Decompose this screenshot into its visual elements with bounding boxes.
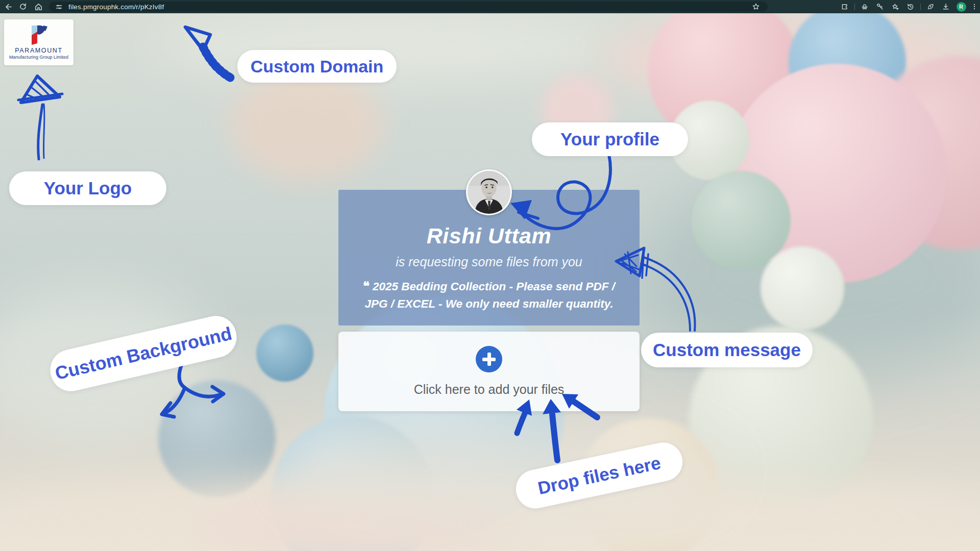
logo-company-name: PARAMOUNT: [15, 47, 62, 54]
profile-avatar-badge: R: [957, 2, 966, 12]
add-files-button[interactable]: [476, 346, 502, 372]
your-profile-label: Your profile: [532, 122, 688, 156]
custom-message-body: 2025 Bedding Collection - Please send PD…: [364, 280, 615, 310]
key-extension-icon[interactable]: [872, 1, 888, 13]
quote-icon: ❝: [363, 279, 370, 293]
download-icon[interactable]: [938, 1, 953, 13]
cloud: [230, 69, 383, 182]
custom-message-text: ❝2025 Bedding Collection - Please send P…: [356, 278, 622, 313]
your-logo-label: Your Logo: [9, 171, 166, 205]
your-logo-label-text: Your Logo: [44, 178, 132, 198]
pastel-sphere: [761, 246, 844, 330]
requester-avatar: [466, 169, 512, 215]
requester-portrait: [468, 171, 510, 214]
company-logo-card: PARAMOUNT Manufacturing Group Limited: [4, 19, 74, 65]
reload-icon[interactable]: [15, 1, 31, 13]
url-text[interactable]: files.pmgrouphk.com/r/pKzIv8f: [68, 3, 748, 11]
your-profile-label-text: Your profile: [560, 129, 659, 149]
extensions-puzzle-icon[interactable]: [837, 1, 852, 13]
toolbar-right-icons: R: [837, 0, 980, 13]
request-subtitle: is requesting some files from you: [338, 255, 640, 269]
address-bar[interactable]: files.pmgrouphk.com/r/pKzIv8f: [49, 2, 768, 12]
paramount-logo-mark: [28, 25, 50, 45]
upload-label: Click here to add your files: [414, 382, 565, 397]
file-request-card: Rishi Uttam is requesting some files fro…: [338, 190, 640, 325]
custom-domain-label-text: Custom Domain: [251, 57, 384, 77]
toolbar-separator: [920, 4, 921, 10]
menu-kebab-icon[interactable]: [969, 1, 980, 13]
plus-icon: [487, 353, 491, 366]
file-upload-dropzone[interactable]: Click here to add your files: [338, 332, 640, 411]
custom-message-label-text: Custom message: [653, 340, 801, 360]
requester-name: Rishi Uttam: [338, 223, 640, 248]
custom-message-label: Custom message: [641, 333, 813, 367]
browser-toolbar: files.pmgrouphk.com/r/pKzIv8f: [0, 0, 980, 13]
logo-company-subtitle: Manufacturing Group Limited: [9, 55, 68, 60]
profile-avatar[interactable]: R: [953, 1, 969, 13]
history-clock-icon[interactable]: [903, 1, 918, 13]
back-icon[interactable]: [0, 1, 15, 13]
file-request-page: PARAMOUNT Manufacturing Group Limited: [0, 13, 980, 551]
incognito-extension-icon[interactable]: [857, 1, 872, 13]
browser-window: files.pmgrouphk.com/r/pKzIv8f: [0, 0, 980, 551]
toolbar-separator: [854, 4, 855, 10]
home-icon[interactable]: [31, 1, 46, 13]
site-info-icon[interactable]: [53, 1, 64, 13]
custom-domain-label: Custom Domain: [237, 50, 397, 83]
bookmark-star-icon[interactable]: [748, 1, 764, 13]
energy-leaf-icon[interactable]: [923, 1, 938, 13]
pastel-sphere: [256, 324, 313, 382]
sparkle-star-extension-icon[interactable]: [888, 1, 903, 13]
